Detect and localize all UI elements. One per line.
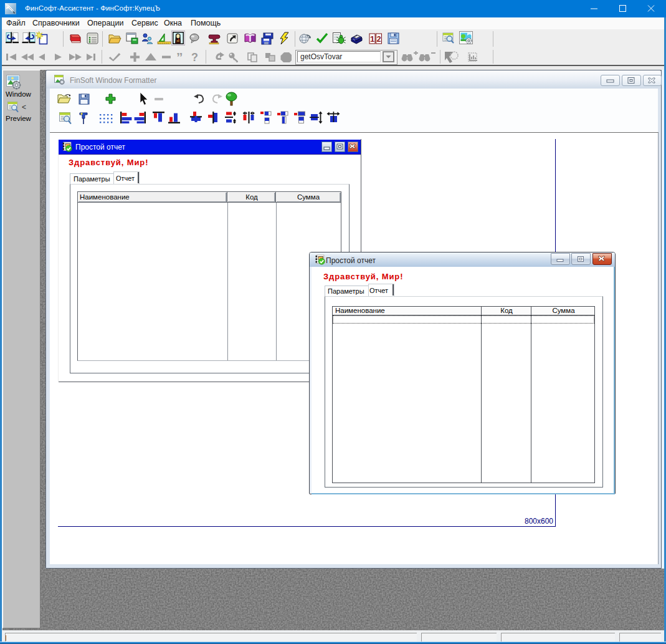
svg-text:?: ?	[191, 52, 198, 62]
svg-text:2: 2	[376, 34, 381, 44]
svg-text:”: ”	[176, 52, 183, 62]
svg-text:1: 1	[370, 34, 374, 44]
